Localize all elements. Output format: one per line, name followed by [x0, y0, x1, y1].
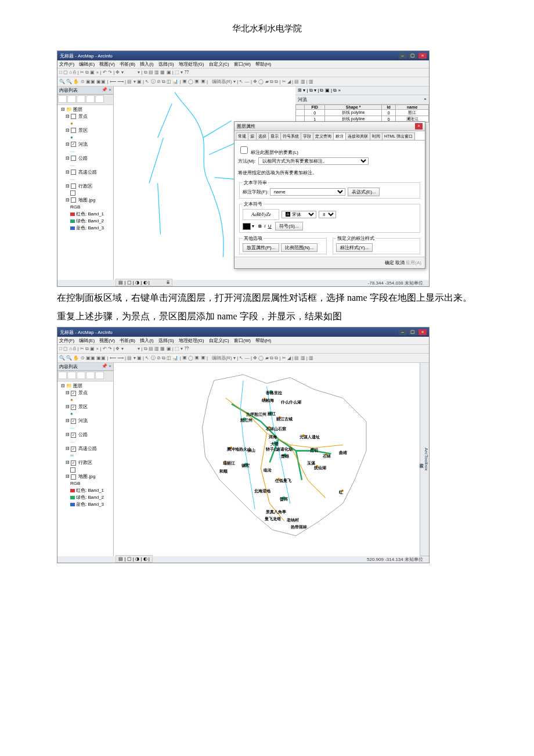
label-features-checkbox[interactable]	[240, 146, 248, 154]
toc-tab-1[interactable]	[58, 95, 67, 103]
map-label: 红	[339, 489, 343, 495]
tab-fields[interactable]: 字段	[301, 132, 313, 140]
tree-root[interactable]: ⊟ 📁 图层	[59, 383, 112, 390]
menu-bookmarks[interactable]: 书签(B)	[120, 338, 135, 343]
underline-icon[interactable]: U	[268, 224, 272, 229]
menu-edit[interactable]: 编辑(E)	[79, 338, 95, 343]
method-select[interactable]: 以相同方式为所有要素加标注。	[258, 157, 369, 165]
close-icon[interactable]: ×	[418, 53, 427, 59]
symbol-button[interactable]: 符号(S)...	[275, 222, 302, 231]
tree-layer-xingzheng[interactable]: ⊟ ✓ 行政区	[59, 459, 112, 466]
tree-layer-jingdian[interactable]: ⊟ ✓ 景点	[59, 390, 112, 397]
dialog-close-icon[interactable]: ×	[415, 123, 423, 129]
placement-button[interactable]: 放置属性(P)...	[243, 243, 279, 252]
maximize-icon[interactable]: ▢	[409, 53, 417, 59]
tree-layer-heliu[interactable]: ⊟ ✓ 河流	[59, 141, 112, 148]
toc-tab-1[interactable]	[58, 372, 67, 379]
ok-button[interactable]: 确定	[385, 260, 394, 265]
attr-col-fid[interactable]: FID	[305, 105, 325, 110]
tree-layer-xingzheng[interactable]: ⊟ 行政区	[59, 183, 112, 190]
minimize-icon[interactable]: –	[399, 329, 407, 335]
tree-layer-gaosu[interactable]: ⊟ 高速公路	[59, 169, 112, 176]
tab-display[interactable]: 显示	[268, 132, 281, 140]
apply-button[interactable]: 应用(A)	[406, 260, 421, 265]
tab-labels[interactable]: 标注	[333, 132, 346, 140]
attr-col-shape[interactable]: Shape *	[325, 105, 381, 110]
menu-help[interactable]: 帮助(H)	[255, 62, 271, 67]
menu-file[interactable]: 文件(F)	[59, 338, 74, 343]
menu-edit[interactable]: 编辑(E)	[79, 62, 95, 67]
tree-layer-jingqu[interactable]: ⊟ ✓ 景区	[59, 404, 112, 411]
menu-view[interactable]: 视图(V)	[99, 62, 115, 67]
color-swatch[interactable]	[243, 223, 251, 230]
toc-tab-2[interactable]	[67, 95, 76, 103]
cancel-button[interactable]: 取消	[395, 260, 405, 265]
tree-layer-ditu[interactable]: ⊟ 地图.jpg	[59, 473, 112, 480]
bold-icon[interactable]: B	[258, 224, 262, 229]
font-select[interactable]: 🅰 宋体	[282, 211, 316, 218]
toc-tab-4[interactable]	[86, 372, 95, 379]
menu-selection[interactable]: 选择(S)	[158, 62, 174, 67]
menu-insert[interactable]: 插入(I)	[140, 338, 154, 343]
tab-general[interactable]: 常规	[236, 132, 248, 140]
toc-close-icon[interactable]: ×	[109, 363, 111, 369]
attr-col-name[interactable]: name	[396, 105, 429, 110]
tab-source[interactable]: 源	[248, 132, 257, 140]
close-icon[interactable]: ×	[418, 329, 427, 335]
window-title: 无标题 - ArcMap - ArcInfo	[60, 53, 113, 59]
tree-layer-heliu[interactable]: ⊟ ✓ 河流	[59, 417, 112, 424]
page-header: 华北水利水电学院	[57, 23, 477, 34]
menu-selection[interactable]: 选择(S)	[158, 338, 174, 343]
menu-customize[interactable]: 自定义(C)	[209, 62, 229, 67]
tree-layer-gonglu[interactable]: ⊟ 公路	[59, 155, 112, 162]
size-select[interactable]: 8	[319, 211, 336, 218]
tree-root[interactable]: ⊟ 📁 图层	[59, 106, 112, 113]
toc-tab-2[interactable]	[67, 372, 76, 379]
tab-symbology[interactable]: 符号系统	[280, 132, 301, 140]
menu-insert[interactable]: 插入(I)	[140, 62, 154, 67]
attr-close-icon[interactable]: ×	[424, 96, 427, 103]
map-canvas[interactable]: 香格里拉纳帕海什么什么湖兰坪怒江州丽江丽江古城怒江州石林山石窟洱海大理元谋人遗址…	[114, 363, 420, 556]
menu-help[interactable]: 帮助(H)	[255, 338, 271, 343]
attr-row[interactable]: 0折线 polyline0怒江	[296, 110, 429, 116]
tab-arctoolbox[interactable]: ArcToolbox	[424, 363, 429, 556]
minimize-icon[interactable]: –	[399, 53, 407, 59]
toc-close-icon[interactable]: ×	[109, 87, 111, 92]
menu-bookmarks[interactable]: 书签(B)	[120, 62, 135, 67]
menu-geoprocessing[interactable]: 地理处理(G)	[179, 62, 204, 67]
toc-tab-3[interactable]	[77, 372, 85, 379]
menu-windows[interactable]: 窗口(W)	[234, 338, 251, 343]
toc-tab-5[interactable]	[95, 372, 104, 379]
toc-tab-3[interactable]	[77, 95, 85, 103]
tree-layer-gaosu[interactable]: ⊟ ✓ 高速公路	[59, 445, 112, 452]
tab-selection[interactable]: 选择	[256, 132, 269, 140]
menu-geoprocessing[interactable]: 地理处理(G)	[179, 338, 204, 343]
map-canvas[interactable]: ⊞ ▾ | ⧉ ▾ | ⧉ ▣ | ⧉ × 河流 × FID Shape * I…	[114, 87, 429, 280]
toc-tab-4[interactable]	[86, 95, 95, 103]
scale-range-button[interactable]: 比例范围(N)...	[281, 243, 318, 252]
label-style-button[interactable]: 标注样式(Y)...	[336, 243, 373, 252]
menu-windows[interactable]: 窗口(W)	[234, 62, 251, 67]
tree-layer-jingdian[interactable]: ⊟ 景点	[59, 113, 112, 120]
tab-html[interactable]: HTML 弹出窗口	[382, 132, 415, 140]
menu-view[interactable]: 视图(V)	[99, 338, 115, 343]
toc-tab-5[interactable]	[95, 95, 104, 103]
tab-joins[interactable]: 连接和关联	[345, 132, 370, 140]
tab-defquery[interactable]: 定义查询	[313, 132, 334, 140]
label-field-select[interactable]: name	[270, 188, 345, 196]
tree-layer-gonglu[interactable]: ⊟ ✓ 公路	[59, 431, 112, 438]
toc-controls: 📌 ×	[102, 363, 111, 370]
menu-customize[interactable]: 自定义(C)	[209, 338, 229, 343]
tab-time[interactable]: 时间	[370, 132, 383, 140]
map-label: 怒江州	[240, 417, 252, 423]
italic-icon[interactable]: I	[264, 224, 265, 229]
expression-button[interactable]: 表达式(E)...	[348, 188, 380, 196]
tree-layer-ditu[interactable]: ⊟ 地图.jpg	[59, 197, 112, 204]
menu-file[interactable]: 文件(F)	[59, 62, 74, 67]
attr-col-id[interactable]: Id	[381, 105, 395, 110]
tree-layer-jingqu[interactable]: ⊟ 景区	[59, 127, 112, 134]
window-buttons: – ▢ ×	[398, 329, 427, 335]
maximize-icon[interactable]: ▢	[409, 329, 417, 335]
tree-band-r: 红色: Band_1	[59, 487, 112, 494]
map-label: 楚雄	[281, 453, 289, 459]
